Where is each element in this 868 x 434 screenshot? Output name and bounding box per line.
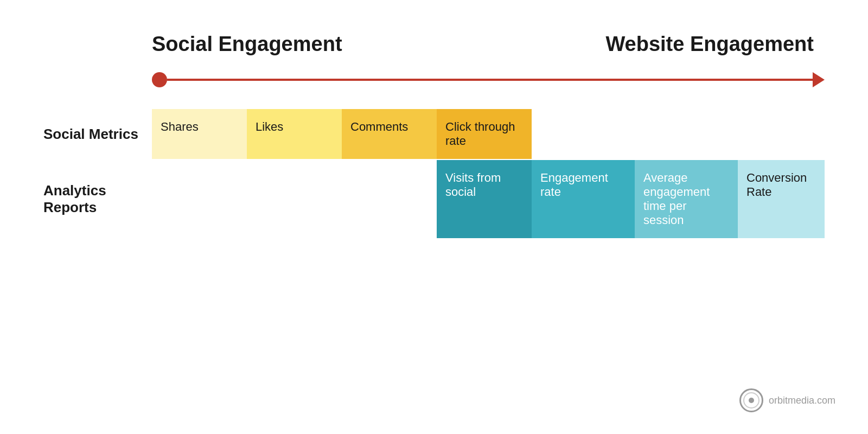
ctr-cell: Click through rate: [437, 109, 532, 159]
arrow-line-container: [167, 78, 813, 81]
analytics-reports-label: Analytics Reports: [43, 160, 152, 238]
visits-cell: Visits from social: [437, 160, 532, 238]
analytics-reports-row: Analytics Reports Visits from social Eng…: [43, 160, 825, 238]
engagement-cell: Engagement rate: [532, 160, 635, 238]
orbit-circle-icon: [739, 388, 763, 412]
arrow-dot: [152, 72, 167, 87]
content-area: Social Metrics Shares Likes Comments Cli…: [43, 109, 825, 238]
shares-cell: Shares: [152, 109, 247, 159]
header-row: Social Engagement Website Engagement: [43, 33, 825, 56]
arrow-line: [167, 79, 813, 81]
social-metrics-row: Social Metrics Shares Likes Comments Cli…: [43, 109, 825, 159]
main-container: Social Engagement Website Engagement Soc…: [0, 0, 868, 434]
orbit-logo: orbitmedia.com: [739, 388, 835, 412]
conversion-cell: Conversion Rate: [738, 160, 825, 238]
social-engagement-title: Social Engagement: [152, 33, 342, 56]
comments-cell: Comments: [342, 109, 437, 159]
orbit-media-text: orbitmedia.com: [769, 395, 835, 406]
social-metrics-cells: Shares Likes Comments Click through rate: [152, 109, 825, 159]
likes-cell: Likes: [247, 109, 342, 159]
arrow-row: [43, 72, 825, 87]
avg-engagement-cell: Average engagement time per session: [635, 160, 738, 238]
website-engagement-title: Website Engagement: [605, 33, 814, 56]
spacer: [152, 160, 437, 238]
analytics-cells: Visits from social Engagement rate Avera…: [152, 160, 825, 238]
social-metrics-label: Social Metrics: [43, 109, 152, 159]
orbit-ring: [743, 392, 760, 409]
arrow-head: [813, 72, 825, 87]
